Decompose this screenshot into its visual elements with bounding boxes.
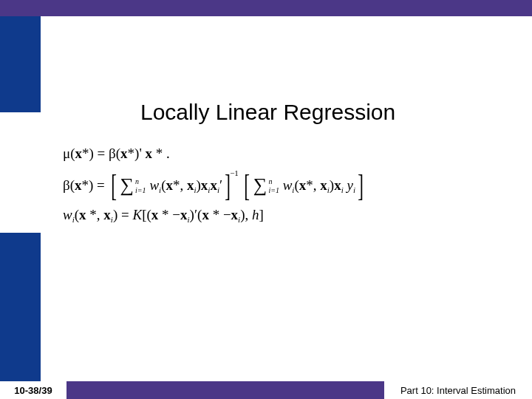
eq2-bracket-b: [ ∑ n i=1 wi(x*, xi)xi yi ]: [242, 172, 366, 200]
slide-title: Locally Linear Regression: [140, 100, 395, 125]
sidebar-blue-bottom: [0, 233, 41, 399]
slide: Locally Linear Regression μ(x*) = β(x*)'…: [0, 0, 532, 399]
sum-upper-a: n: [135, 178, 146, 185]
sum-lower-b: i=1: [268, 187, 279, 194]
eq2-lhs: β(x*) =: [63, 178, 109, 194]
eq2-term-a: wi(x*, xi)xixi′: [146, 178, 223, 194]
page-number: 10-38/39: [0, 381, 66, 399]
sum-lower-a: i=1: [135, 187, 146, 194]
footer-purple-bar: [66, 381, 384, 399]
eq1-lhs: μ(x*) =: [63, 146, 109, 162]
equation-w: wi(x *, xi) = K[(x * −xi)′(x * −xi), h]: [63, 208, 366, 223]
sidebar-blue-top: [0, 16, 41, 112]
sum-upper-b: n: [268, 178, 279, 185]
math-block: μ(x*) = β(x*)' x * . β(x*) = [ ∑ n i=1 w…: [63, 146, 366, 233]
exponent-inverse: −1: [230, 168, 239, 177]
eq3-rhs: K[(x * −xi)′(x * −xi), h]: [132, 208, 263, 223]
footer: 10-38/39 Part 10: Interval Estimation: [0, 381, 532, 399]
eq3-lhs: wi(x *, xi) =: [63, 208, 132, 223]
eq1-rhs: β(x*)' x * .: [109, 146, 170, 162]
part-label: Part 10: Interval Estimation: [384, 381, 532, 399]
header-purple-bar: [0, 0, 532, 16]
equation-beta: β(x*) = [ ∑ n i=1 wi(x*, xi)xixi′ ] −1 […: [63, 172, 366, 200]
eq2-bracket-a: [ ∑ n i=1 wi(x*, xi)xixi′ ] −1: [109, 172, 242, 200]
eq2-term-b: wi(x*, xi)xi yi: [279, 178, 355, 194]
equation-mu: μ(x*) = β(x*)' x * .: [63, 146, 366, 162]
